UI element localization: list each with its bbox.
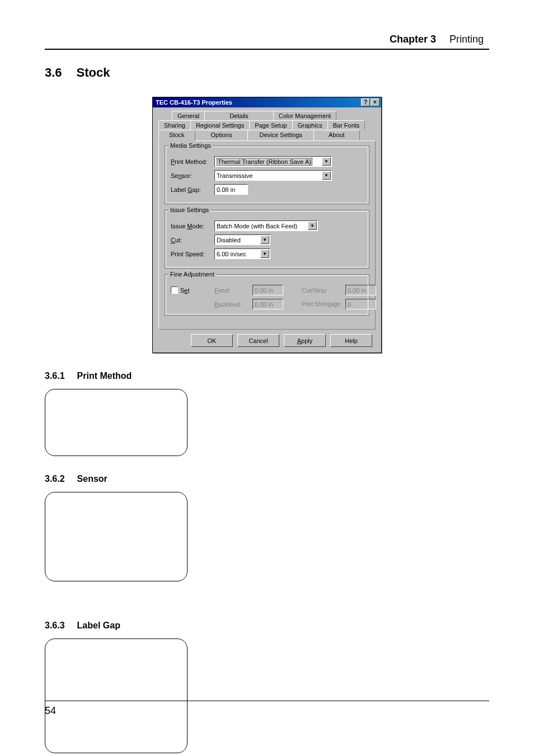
- page-number: 54: [45, 705, 56, 717]
- print-method-value: Thermal Transfer (Ribbon Save A): [217, 158, 312, 166]
- print-method-label: Print Method:: [171, 158, 211, 165]
- chevron-down-icon: ▼: [260, 236, 269, 244]
- tab-color-management[interactable]: Color Management: [273, 111, 337, 120]
- group-issue-legend: Issue Settings: [168, 206, 210, 213]
- print-speed-value: 6.00 in/sec: [217, 251, 246, 257]
- titlebar-close-button[interactable]: ×: [371, 98, 380, 106]
- header-divider: [45, 49, 489, 50]
- subsection-number: 3.6.3: [45, 621, 65, 631]
- set-checkbox[interactable]: Set: [171, 287, 211, 294]
- section-title: Stock: [77, 65, 110, 80]
- subsection-title: Print Method: [77, 371, 132, 381]
- print-speed-label: Print Speed:: [171, 251, 211, 257]
- tab-page-setup[interactable]: Page Setup: [249, 120, 293, 130]
- group-fine-adjustment: Fine Adjustment Set Feed: 0.00 in Cut/St…: [165, 274, 369, 316]
- tab-about[interactable]: About: [313, 130, 360, 140]
- chevron-down-icon: ▼: [322, 171, 331, 180]
- print-method-dropdown[interactable]: Thermal Transfer (Ribbon Save A) ▼: [214, 156, 332, 167]
- tab-sharing[interactable]: Sharing: [158, 120, 191, 130]
- subsection-title: Label Gap: [77, 621, 120, 631]
- cancel-button[interactable]: Cancel: [237, 334, 279, 347]
- group-issue-settings: Issue Settings Issue Mode: Batch Mode (w…: [165, 210, 369, 269]
- chevron-down-icon: ▼: [322, 157, 331, 166]
- label-gap-label: Label Gap:: [171, 186, 211, 193]
- feed-label: Feed:: [214, 287, 249, 294]
- label-gap-input[interactable]: 0.08 in: [214, 184, 248, 195]
- backfeed-input: 0.00 in: [252, 299, 283, 309]
- chevron-down-icon: ▼: [260, 250, 269, 258]
- apply-button[interactable]: Apply: [284, 334, 326, 347]
- placeholder-box-sensor: [45, 492, 188, 581]
- cut-value: Disabled: [217, 237, 241, 243]
- tab-general[interactable]: General: [172, 111, 205, 120]
- sensor-label: Sensor:: [171, 172, 211, 179]
- cut-dropdown[interactable]: Disabled ▼: [214, 234, 270, 245]
- issue-mode-dropdown[interactable]: Batch Mode (with Back Feed) ▼: [214, 220, 318, 231]
- print-speed-dropdown[interactable]: 6.00 in/sec ▼: [214, 248, 270, 259]
- titlebar: TEC CB-416-T3 Properties ? ×: [153, 97, 381, 107]
- chevron-down-icon: ▼: [308, 222, 317, 230]
- properties-dialog: TEC CB-416-T3 Properties ? × General Det…: [152, 97, 382, 353]
- sensor-dropdown[interactable]: Transmissive ▼: [214, 170, 332, 181]
- dialog-title: TEC CB-416-T3 Properties: [154, 99, 232, 106]
- shrinkage-label: Print Shrinkage:: [302, 301, 342, 307]
- group-media-legend: Media Settings: [168, 142, 213, 149]
- cutstrip-label: Cut/Strip:: [302, 287, 342, 294]
- section-number: 3.6: [45, 65, 62, 80]
- group-fine-legend: Fine Adjustment: [168, 271, 216, 278]
- group-media-settings: Media Settings Print Method: Thermal Tra…: [165, 145, 369, 204]
- tab-stock[interactable]: Stock: [158, 130, 195, 141]
- placeholder-box-print-method: [45, 389, 188, 456]
- cutstrip-input: 0.00 in: [345, 285, 376, 295]
- set-checkbox-label: Set: [180, 287, 190, 294]
- sensor-value: Transmissive: [217, 172, 252, 179]
- placeholder-box-label-gap: [45, 638, 188, 753]
- cut-label: Cut:: [171, 237, 211, 243]
- chapter-page-title: Printing: [449, 34, 484, 45]
- tab-bar-fonts[interactable]: Bar Fonts: [327, 120, 366, 130]
- subsection-title: Sensor: [77, 474, 107, 484]
- tab-details[interactable]: Details: [204, 111, 274, 120]
- chapter-label: Chapter 3: [390, 34, 436, 45]
- help-button[interactable]: Help: [330, 334, 372, 347]
- backfeed-label: Backfeed:: [214, 301, 249, 308]
- tab-regional-settings[interactable]: Regional Settings: [190, 120, 250, 130]
- subsection-number: 3.6.1: [45, 371, 65, 381]
- ok-button[interactable]: OK: [191, 334, 233, 347]
- tab-options[interactable]: Options: [195, 130, 249, 140]
- issue-mode-value: Batch Mode (with Back Feed): [217, 223, 297, 229]
- footer-divider: [45, 701, 489, 701]
- tab-graphics[interactable]: Graphics: [292, 120, 328, 130]
- issue-mode-label: Issue Mode:: [171, 223, 211, 229]
- subsection-number: 3.6.2: [45, 474, 65, 484]
- tab-device-settings[interactable]: Device Settings: [247, 130, 313, 140]
- shrinkage-input: 0: [345, 299, 376, 309]
- feed-input: 0.00 in: [252, 285, 283, 295]
- titlebar-help-button[interactable]: ?: [361, 98, 370, 106]
- checkbox-icon: [171, 287, 178, 294]
